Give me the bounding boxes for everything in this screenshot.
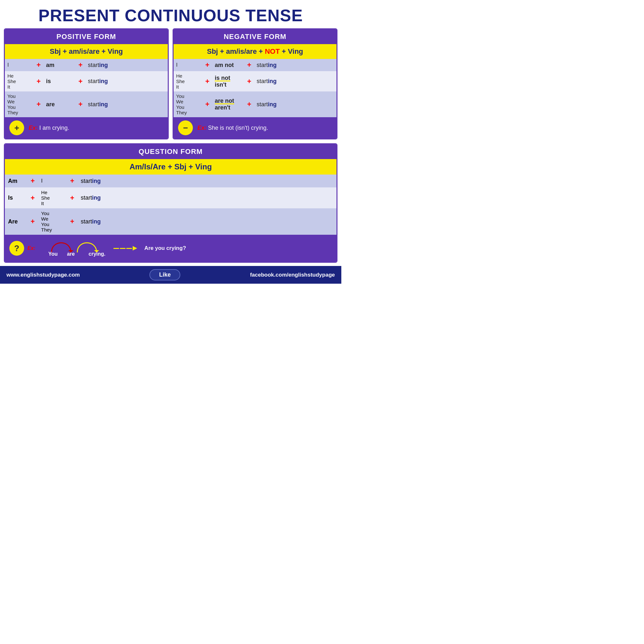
like-button[interactable]: Like <box>149 269 180 280</box>
question-form-box: QUESTION FORM Am/Is/Are + Sbj + Ving Am … <box>4 143 337 263</box>
negative-table-area: I + am not + starting HeSheIt + is notis… <box>174 59 336 117</box>
arc-arrows-svg: You are crying. <box>42 238 106 257</box>
ing-starting-1: starting <box>85 59 168 71</box>
question-table: Am + I + starting Is + HeSheIt + startin… <box>5 175 336 235</box>
question-example-row: ? Ex: You are cryin <box>5 235 336 262</box>
aux-are: Are <box>5 208 27 235</box>
plus-sign-2: + <box>76 91 85 117</box>
plus-sign: + <box>27 187 38 208</box>
plus-sign-2: + <box>76 71 85 91</box>
positive-table: I + am + starting HeSheIt + is + startin… <box>5 59 168 117</box>
plus-sign: + <box>203 71 212 91</box>
negative-example-row: − Ex: She is not (isn't) crying. <box>174 117 336 138</box>
neg-subject-he-she-it: HeSheIt <box>174 71 203 91</box>
ing-starting-1: starting <box>254 59 336 71</box>
aux-is: Is <box>5 187 27 208</box>
question-ex-content: Ex: You are crying. <box>27 238 332 259</box>
bottom-section: QUESTION FORM Am/Is/Are + Sbj + Ving Am … <box>0 143 341 266</box>
neg-formula-start: Sbj + am/is/are + <box>207 47 265 55</box>
plus-sign-2: + <box>244 91 254 117</box>
plus-sign-2: + <box>244 71 254 91</box>
verb-is-not: is notisn't <box>212 71 244 91</box>
verb-are: are <box>43 91 76 117</box>
negative-form-box: NEGATIVE FORM Sbj + am/is/are + NOT + Vi… <box>173 28 337 139</box>
plus-sign: + <box>203 91 212 117</box>
negative-example-text: Ex: She is not (isn't) crying. <box>197 125 268 131</box>
negative-table: I + am not + starting HeSheIt + is notis… <box>174 59 336 117</box>
svg-text:are: are <box>67 251 75 257</box>
plus-sign: + <box>34 59 43 71</box>
subject-i: I <box>5 59 34 71</box>
ing-starting-3: starting <box>254 91 336 117</box>
positive-example-text: Ex: I am crying. <box>29 125 69 131</box>
table-row: YouWeYouThey + are + starting <box>5 91 168 117</box>
footer-bar: www.englishstudypage.com Like facebook.c… <box>0 266 341 284</box>
negative-ex-label: Ex: <box>197 125 206 131</box>
are-not-text: are not <box>215 98 234 104</box>
top-section: POSITIVE FORM Sbj + am/is/are + Ving I +… <box>0 28 341 143</box>
page-title: PRESENT CONTINUOUS TENSE <box>0 0 341 28</box>
plus-sign-2: + <box>67 187 78 208</box>
plus-sign-2: + <box>67 208 78 235</box>
plus-sign: + <box>27 208 38 235</box>
q-ing-1: starting <box>78 175 336 187</box>
table-row: I + am not + starting <box>174 59 336 71</box>
footer-right: facebook.com/englishstudypage <box>250 272 335 278</box>
negative-example-sentence: She is not (isn't) crying. <box>208 125 268 131</box>
plus-sign: + <box>203 59 212 71</box>
positive-example-sentence: I am crying. <box>39 125 69 131</box>
aux-am: Am <box>5 175 27 187</box>
plus-sign-2: + <box>67 175 78 187</box>
table-row: HeSheIt + is + starting <box>5 71 168 91</box>
question-badge: ? <box>9 241 24 256</box>
table-row: I + am + starting <box>5 59 168 71</box>
subject-he-she-it: HeSheIt <box>5 71 34 91</box>
positive-form-header: POSITIVE FORM <box>5 29 168 44</box>
question-formula: Am/Is/Are + Sbj + Ving <box>5 159 336 175</box>
neg-subject-you-we-they: YouWeYouThey <box>174 91 203 117</box>
negative-form-header: NEGATIVE FORM <box>174 29 336 44</box>
svg-text:You: You <box>48 251 58 257</box>
question-form-header: QUESTION FORM <box>5 144 336 159</box>
negative-badge: − <box>178 120 193 135</box>
verb-am-not: am not <box>212 59 244 71</box>
verb-am: am <box>43 59 76 71</box>
ing-starting-3: starting <box>85 91 168 117</box>
positive-formula: Sbj + am/is/are + Ving <box>5 44 168 59</box>
question-ex-label: Ex: <box>27 245 35 251</box>
plus-sign: + <box>27 175 38 187</box>
ing-starting-2: starting <box>85 71 168 91</box>
is-not-text: is not <box>215 75 230 81</box>
ing-starting-2: starting <box>254 71 336 91</box>
plus-sign: + <box>34 71 43 91</box>
table-row: Am + I + starting <box>5 175 336 187</box>
neg-formula-end: + Ving <box>280 47 303 55</box>
positive-badge: + <box>9 120 24 135</box>
question-result: Are you crying? <box>144 245 186 251</box>
plus-sign-2: + <box>244 59 254 71</box>
positive-example-row: + Ex: I am crying. <box>5 117 168 138</box>
neg-subject-i: I <box>174 59 203 71</box>
table-row: Is + HeSheIt + starting <box>5 187 336 208</box>
verb-is: is <box>43 71 76 91</box>
neg-formula-not: NOT <box>265 47 279 55</box>
q-ing-3: starting <box>78 208 336 235</box>
svg-text:crying.: crying. <box>89 251 105 257</box>
dashed-arrow <box>113 246 137 251</box>
table-row: HeSheIt + is notisn't + starting <box>174 71 336 91</box>
negative-formula: Sbj + am/is/are + NOT + Ving <box>174 44 336 59</box>
q-subject-he-she-it: HeSheIt <box>38 187 67 208</box>
subject-you-we-they: YouWeYouThey <box>5 91 34 117</box>
plus-sign-2: + <box>76 59 85 71</box>
positive-form-box: POSITIVE FORM Sbj + am/is/are + Ving I +… <box>4 28 169 139</box>
arc-arrows-container: You are crying. <box>42 238 106 259</box>
positive-ex-label: Ex: <box>29 125 38 131</box>
verb-are-not: are notaren't <box>212 91 244 117</box>
positive-table-area: I + am + starting HeSheIt + is + startin… <box>5 59 168 117</box>
q-subject-i: I <box>38 175 67 187</box>
question-table-area: Am + I + starting Is + HeSheIt + startin… <box>5 175 336 235</box>
footer-left: www.englishstudypage.com <box>6 272 80 278</box>
q-ing-2: starting <box>78 187 336 208</box>
table-row: YouWeYouThey + are notaren't + starting <box>174 91 336 117</box>
plus-sign: + <box>34 91 43 117</box>
